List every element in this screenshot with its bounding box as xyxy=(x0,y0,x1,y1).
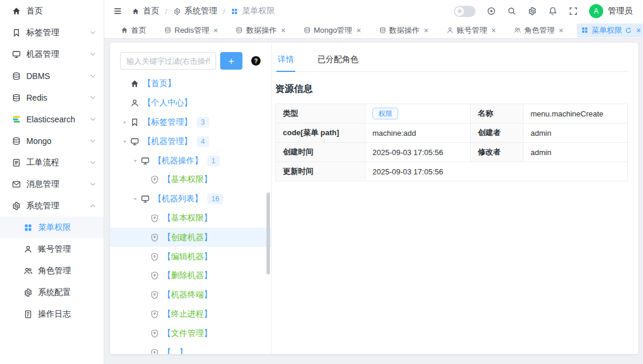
gear-icon xyxy=(173,8,181,15)
tree-filter-input[interactable] xyxy=(120,52,216,70)
close-icon[interactable]: × xyxy=(356,28,361,33)
user-menu[interactable]: A 管理员 xyxy=(589,4,632,18)
tab-mongo-manage[interactable]: Mongo管理 × xyxy=(299,23,365,37)
home-icon xyxy=(132,8,139,15)
tree-item-file-manage[interactable]: 【文件管理】 xyxy=(110,324,271,343)
sidebar-item-tags[interactable]: 标签管理 xyxy=(0,22,104,43)
sidebar-item-machines[interactable]: 机器管理 xyxy=(0,43,104,65)
caret-down-icon[interactable] xyxy=(121,138,129,146)
sidebar-item-home[interactable]: 首页 xyxy=(0,0,104,22)
sidebar-item-mongo[interactable]: Mongo xyxy=(0,130,104,152)
tree-item-create-machine[interactable]: 【创建机器】 xyxy=(110,228,271,247)
modifier-value: admin xyxy=(524,143,628,162)
sidebar-item-redis[interactable]: Redis xyxy=(0,87,104,108)
close-icon[interactable]: × xyxy=(281,28,285,33)
tab-assigned-roles[interactable]: 已分配角色 xyxy=(316,51,360,71)
sidebar-item-system-config[interactable]: 系统配置 xyxy=(0,281,104,303)
tree-item-machine-terminal[interactable]: 【机器终端】 xyxy=(110,286,271,305)
help-icon[interactable]: ? xyxy=(251,56,261,66)
breadcrumb-system[interactable]: 系统管理 xyxy=(173,6,217,16)
sidebar-item-dbms[interactable]: DBMS xyxy=(0,65,104,87)
watermark-icon[interactable] xyxy=(487,6,496,16)
fullscreen-icon[interactable] xyxy=(569,6,578,16)
tree-item-kill-process[interactable]: 【终止进程】 xyxy=(110,305,271,324)
tab-details[interactable]: 详情 xyxy=(276,51,295,71)
tab-home[interactable]: 首页 xyxy=(117,23,151,37)
settings-icon[interactable] xyxy=(528,6,537,16)
close-icon[interactable]: × xyxy=(213,28,218,33)
tab-redis-manage[interactable]: Redis管理 × xyxy=(160,23,222,37)
sidebar-item-accounts[interactable]: 账号管理 xyxy=(0,238,104,260)
type-tag: 权限 xyxy=(372,108,398,119)
username: 管理员 xyxy=(608,6,632,16)
caret-right-icon[interactable] xyxy=(121,118,129,126)
database-icon xyxy=(379,26,387,34)
tree-item-delete-machine[interactable]: 【删除机器】 xyxy=(110,266,271,286)
tree-item-edit-machine[interactable]: 【编辑机器】 xyxy=(110,247,271,266)
sidebar-item-system[interactable]: 系统管理 xyxy=(0,195,104,217)
tree-item-personal-center[interactable]: 【个人中心】 xyxy=(110,94,271,113)
tree-item-machine-ops[interactable]: 【机器操作】 1 xyxy=(110,151,271,170)
close-icon[interactable]: × xyxy=(491,28,496,33)
tree-item-basic-permission[interactable]: 【基本权限】 xyxy=(110,170,271,190)
users-icon xyxy=(514,26,521,34)
detail-panel: 详情 已分配角色 资源信息 类型 权限 名称 menu.machineCreat… xyxy=(272,43,638,354)
chevron-down-icon xyxy=(89,115,97,123)
chevron-down-icon xyxy=(89,50,97,58)
user-icon xyxy=(446,26,454,34)
tab-menu-permission[interactable]: 菜单权限 × xyxy=(577,23,643,37)
tree-item-basic-permission[interactable]: 【基本权限】 xyxy=(110,209,271,228)
sidebar-item-elasticsearch[interactable]: Elasticsearch xyxy=(0,108,104,130)
caret-down-icon[interactable] xyxy=(131,195,139,203)
database-icon xyxy=(12,136,21,146)
caret-down-icon[interactable] xyxy=(131,157,139,165)
bell-icon[interactable] xyxy=(548,6,558,16)
topbar: 首页 / 系统管理 / 菜单权限 xyxy=(104,0,643,22)
sidebar-item-messages[interactable]: 消息管理 xyxy=(0,173,104,195)
scrollbar-thumb[interactable] xyxy=(266,193,270,274)
tree-item-machines[interactable]: 【机器管理】 4 xyxy=(110,132,271,151)
content-card: + ? 【首页】 【个人中心】 xyxy=(110,43,638,354)
dark-mode-toggle[interactable] xyxy=(454,6,476,17)
shield-icon xyxy=(150,252,159,262)
chevron-down-icon xyxy=(89,29,97,36)
sidebar-item-operation-log[interactable]: 操作日志 xyxy=(0,303,104,325)
close-icon[interactable]: × xyxy=(636,28,641,33)
add-node-button[interactable]: + xyxy=(220,52,242,70)
tree-item-home[interactable]: 【首页】 xyxy=(110,74,271,94)
chevron-down-icon xyxy=(89,159,97,166)
tab-roles[interactable]: 角色管理 × xyxy=(509,23,567,37)
count-badge: 1 xyxy=(207,156,220,166)
sidebar-item-workorder[interactable]: 工单流程 xyxy=(0,152,104,173)
tree-item-clipped[interactable]: 【…】 xyxy=(110,343,271,354)
close-icon[interactable]: × xyxy=(424,28,429,33)
grid-icon xyxy=(581,26,589,34)
tree-item-machine-list[interactable]: 【机器列表】 16 xyxy=(110,190,271,209)
refresh-icon[interactable] xyxy=(625,27,632,34)
search-icon[interactable] xyxy=(507,6,517,16)
hamburger-icon[interactable] xyxy=(113,6,122,16)
breadcrumb-home[interactable]: 首页 xyxy=(132,6,159,16)
shield-icon xyxy=(150,271,159,280)
bookmark-icon xyxy=(130,118,139,127)
tree-item-tags[interactable]: 【标签管理】 3 xyxy=(110,113,271,132)
database-icon xyxy=(303,26,311,34)
toggle-knob xyxy=(455,7,464,16)
mail-icon xyxy=(12,180,21,189)
close-icon[interactable]: × xyxy=(559,28,563,33)
count-badge: 3 xyxy=(197,117,209,128)
shield-icon xyxy=(150,290,159,300)
section-title: 资源信息 xyxy=(275,83,628,95)
tab-accounts[interactable]: 账号管理 × xyxy=(442,23,500,37)
tab-mongo-data-ops[interactable]: 数据操作 × xyxy=(375,23,433,37)
tab-redis-data-ops[interactable]: 数据操作 × xyxy=(231,23,289,37)
monitor-icon xyxy=(141,194,150,204)
bookmark-icon xyxy=(12,28,21,37)
type-label: 类型 xyxy=(276,104,365,123)
count-badge: 16 xyxy=(207,194,223,204)
updated-label: 更新时间 xyxy=(276,162,365,181)
sidebar-item-menu-permission[interactable]: 菜单权限 xyxy=(0,217,104,238)
created-value: 2025-09-03 17:05:56 xyxy=(365,143,471,162)
sidebar-item-roles[interactable]: 角色管理 xyxy=(0,260,104,281)
tab-bar: 首页 Redis管理 × 数据操作 × Mongo管理 × 数据操作 × xyxy=(104,22,643,39)
